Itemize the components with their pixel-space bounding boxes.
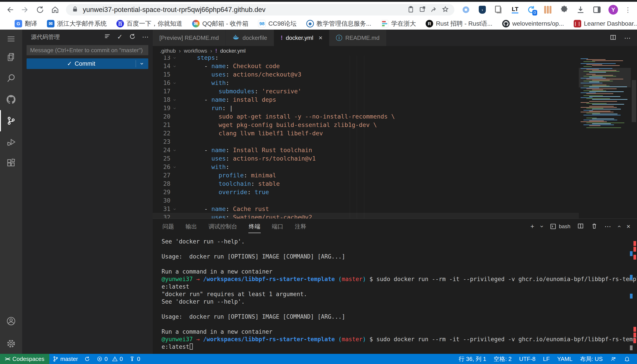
eol[interactable]: LF [539,354,553,364]
indentation[interactable]: 空格: 2 [490,354,515,364]
editor-tab[interactable]: dockerfile [226,30,274,46]
terminal[interactable]: See 'docker run --help'.Usage: docker ru… [153,234,637,354]
view-as-list-icon[interactable] [104,33,111,41]
fold-chevron-icon[interactable]: › [170,79,179,87]
bookmark-item[interactable]: ✉QQ邮箱 - 收件箱 [192,20,248,28]
extension-ring-icon[interactable] [461,5,471,14]
bookmark-item[interactable]: ❘❘Learner Dashboar... [574,20,637,28]
panel-tab[interactable]: 注释 [294,220,307,234]
breadcrumb-item[interactable]: .github [160,48,176,54]
refresh-scm-icon[interactable] [129,33,136,41]
problems-indicator[interactable]: 0 0 [93,354,126,364]
code-line[interactable]: 30 [153,196,637,205]
code-line[interactable]: 26› with: [153,163,637,171]
branch-indicator[interactable]: master [49,354,81,364]
avatar[interactable]: Y [608,5,618,14]
fold-chevron-icon[interactable]: › [170,104,179,112]
code-line[interactable]: 32 uses: Swatinem/rust-cache@v2 [153,213,637,218]
clipboard-icon[interactable] [407,6,415,14]
code-line[interactable]: 31› - name: Cache rust [153,205,637,213]
panel-tab[interactable]: 终端 [248,220,261,234]
breadcrumb[interactable]: .github › workflows › ! docker.yml [153,46,637,56]
panel-tab[interactable]: 输出 [185,220,197,234]
code-line[interactable]: 21 wget pkg-config build-essential zlib1… [153,121,637,129]
minimap[interactable] [579,56,631,218]
extensions-puzzle-icon[interactable] [559,5,569,14]
code-editor[interactable]: 13› steps:14› - name: Checkout code15 us… [153,56,637,218]
bookmark-item[interactable]: RRust 招聘 - Rust语... [426,20,492,28]
code-line[interactable]: 27 profile: minimal [153,171,637,180]
maximize-panel-icon[interactable]: › [616,225,622,227]
kill-terminal-icon[interactable] [591,222,598,230]
refresh-icon[interactable] [36,6,44,14]
extension-columns-icon[interactable] [543,5,553,14]
editor-scrollbar[interactable] [631,56,637,218]
code-line[interactable]: 18› - name: install deps [153,96,637,104]
panel-tab[interactable]: 端口 [271,220,284,234]
fold-chevron-icon[interactable]: › [170,96,179,104]
extension-docs-icon[interactable] [494,5,504,14]
code-line[interactable]: 14› - name: Checkout code [153,62,637,70]
url-text[interactable]: yunwei37-potential-space-trout-rpr5qwj66… [83,6,403,14]
sidebar-item-extensions[interactable] [0,158,22,168]
fold-chevron-icon[interactable]: › [170,146,179,154]
downloads-icon[interactable] [576,5,585,14]
bookmark-item[interactable]: ◉教学管理信息服务... [306,20,371,28]
split-editor-icon[interactable] [609,34,617,42]
side-panel-icon[interactable] [592,5,602,14]
split-terminal-icon[interactable] [577,222,584,230]
address-bar[interactable]: yunwei37-potential-space-trout-rpr5qwj66… [66,4,454,16]
code-line[interactable]: 17 submodules: 'recursive' [153,87,637,96]
sidebar-item-run-debug[interactable] [0,137,22,147]
code-line[interactable]: 29 override: true [153,188,637,196]
breadcrumb-file[interactable]: docker.yml [220,48,246,54]
terminal-dropdown-icon[interactable]: › [539,225,545,227]
commit-button[interactable]: ✓ Commit › [27,58,148,69]
ports-indicator[interactable]: 0 [126,354,143,364]
code-line[interactable]: 15 uses: actions/checkout@v3 [153,70,637,79]
code-line[interactable]: 20 sudo apt-get install -y --no-install-… [153,112,637,121]
bookmark-star-icon[interactable] [442,6,449,14]
bookmark-item[interactable]: 百百度一下，你就知道 [116,20,182,28]
breadcrumb-item[interactable]: workflows [184,48,207,54]
language-mode[interactable]: YAML [553,354,576,364]
open-in-new-icon[interactable] [419,6,426,14]
account-icon[interactable] [0,316,22,326]
sidebar-item-github[interactable] [0,95,22,104]
panel-tab[interactable]: 问题 [162,220,174,234]
code-line[interactable]: 28 toolchain: stable [153,180,637,188]
forward-icon[interactable] [21,6,29,14]
code-line[interactable]: 24› - name: Install Rust toolchain [153,146,637,154]
code-line[interactable]: 13› steps: [153,56,637,62]
settings-gear-icon[interactable] [0,339,22,348]
editor-more-actions-icon[interactable]: ⋯ [624,34,631,42]
bookmark-item[interactable]: 学在浙大 [381,20,416,28]
close-icon[interactable]: × [319,34,323,42]
menu-icon[interactable] [0,34,22,44]
bookmark-item[interactable]: weloveinterns/op... [502,20,564,28]
bookmark-item[interactable]: 98CC98论坛 [258,20,296,28]
editor-tab[interactable]: !docker.yml× [274,30,329,46]
code-line[interactable]: 22 clang llvm libelf1 libelf-dev [153,129,637,138]
remote-indicator[interactable]: >< Codespaces [0,354,49,364]
sync-indicator[interactable] [81,354,93,364]
keyboard-layout[interactable]: 布局: US [576,354,606,364]
editor-tab[interactable]: [Preview] README.md [153,30,226,46]
code-line[interactable]: 25 uses: actions-rs/toolchain@v1 [153,154,637,163]
notifications-bell-icon[interactable] [620,354,634,364]
extension-sync-icon[interactable]: 0 [527,5,536,14]
commit-message-input[interactable] [27,45,148,55]
code-line[interactable]: 23 [153,138,637,146]
feedback-icon[interactable] [606,354,620,364]
fold-chevron-icon[interactable]: › [170,163,179,171]
share-icon[interactable] [430,6,438,14]
home-icon[interactable] [51,6,59,14]
back-icon[interactable] [6,6,14,14]
commit-check-icon[interactable]: ✓ [117,34,123,40]
panel-more-actions-icon[interactable]: ⋯ [604,223,611,230]
fold-chevron-icon[interactable]: › [170,62,179,70]
sidebar-item-explorer[interactable] [0,52,22,62]
shell-selector[interactable]: bash [550,223,570,230]
new-terminal-icon[interactable]: + [530,223,534,230]
more-actions-icon[interactable]: ⋯ [142,34,149,40]
